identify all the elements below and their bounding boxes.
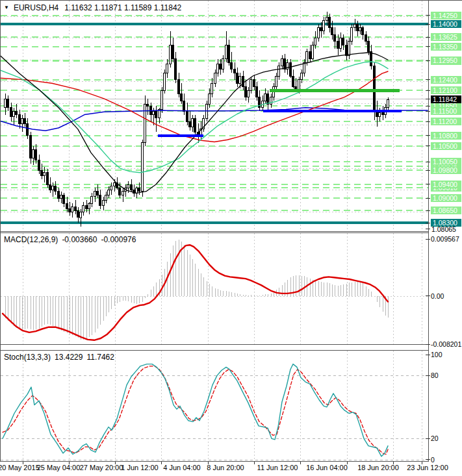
candle <box>331 27 333 34</box>
candle <box>52 186 54 190</box>
candle <box>329 17 331 27</box>
stoch-axis-label: 20 <box>431 434 439 442</box>
candle <box>209 94 211 104</box>
candle <box>80 212 82 218</box>
candle <box>365 34 367 42</box>
candle <box>155 111 157 118</box>
candle <box>75 207 77 210</box>
candle <box>91 197 93 204</box>
current-price-badge: 1.11842 <box>431 95 461 103</box>
candle <box>161 90 163 110</box>
candle <box>181 94 183 101</box>
candle <box>359 27 361 31</box>
candle <box>147 105 149 106</box>
candle <box>354 24 356 27</box>
candle <box>323 21 325 31</box>
level-price-badge: 1.10800 <box>431 132 461 140</box>
candle <box>122 192 124 195</box>
candle <box>320 27 322 31</box>
ohlc-values: 1.11632 1.11871 1.11589 1.11842 <box>64 3 181 12</box>
candle <box>164 73 166 90</box>
level-price-badge: 1.12100 <box>431 86 461 94</box>
symbol-timeframe-label: EURUSD,H4 <box>14 3 58 12</box>
candle <box>214 73 216 83</box>
level-price-badge: 1.09400 <box>431 181 461 188</box>
candle <box>374 66 376 111</box>
candle <box>237 73 238 83</box>
level-price-badge: 1.09800 <box>431 166 461 174</box>
main-chart-title: ▼ EURUSD,H4 1.11632 1.11871 1.11589 1.11… <box>4 3 181 12</box>
stoch-name: Stoch(13,3,3) <box>4 353 51 362</box>
metatrader-chart-window: ▼ EURUSD,H4 1.11632 1.11871 1.11589 1.11… <box>0 0 462 476</box>
candle <box>276 77 277 87</box>
macd-signal-value: -0.000976 <box>101 235 136 244</box>
stoch-main-line <box>3 364 388 457</box>
macd-axis-label: -0.008201 <box>431 340 461 348</box>
candle <box>105 195 107 200</box>
level-price-badge: 1.13350 <box>431 43 461 51</box>
date-label: 27 May 20:00 <box>80 464 123 471</box>
macd-name: MACD(12,26,9) <box>4 235 58 244</box>
candle <box>253 80 255 87</box>
candle <box>292 77 294 87</box>
candle <box>30 136 32 158</box>
candle <box>86 205 88 208</box>
level-price-badge: 1.12950 <box>431 56 461 64</box>
candle <box>142 143 144 192</box>
candle <box>83 205 84 212</box>
candle <box>306 52 308 62</box>
macd-axis-label: 0.00 <box>431 292 444 300</box>
macd-indicator-label: MACD(12,26,9) -0.003660 -0.000976 <box>4 235 136 244</box>
axis-price-label: 1.08065 <box>431 225 461 233</box>
candle <box>312 45 314 59</box>
candle <box>326 17 328 20</box>
level-price-badge: 1.09000 <box>431 194 461 202</box>
candle <box>110 186 112 190</box>
candle <box>119 188 121 195</box>
candle <box>250 80 252 90</box>
candle <box>248 90 250 97</box>
candle <box>136 188 138 193</box>
candle <box>63 195 65 203</box>
candle <box>194 118 196 132</box>
date-label: 1 Jun 12:00 <box>121 464 159 471</box>
candle <box>153 111 155 114</box>
candle <box>228 45 230 62</box>
candle <box>178 80 180 94</box>
candle <box>170 45 172 64</box>
macd-axis-label: 0.009567 <box>431 235 459 243</box>
chart-dropdown-icon[interactable]: ▼ <box>4 5 9 10</box>
candle <box>38 160 40 170</box>
candle <box>314 38 316 45</box>
candle <box>379 113 381 116</box>
candle <box>186 111 188 121</box>
date-label: 4 Jun 04:00 <box>163 464 201 471</box>
candle <box>301 73 303 80</box>
candle <box>175 59 177 80</box>
date-label: 16 Jun 04:00 <box>306 464 348 471</box>
stoch-signal-line <box>3 366 389 455</box>
level-price-badge: 1.11200 <box>431 118 461 125</box>
candle <box>225 45 227 59</box>
candle <box>217 64 219 73</box>
price-axis[interactable]: 1.142501.140001.136251.129301.133501.129… <box>429 0 462 476</box>
candle <box>309 52 311 59</box>
time-axis[interactable]: 20 May 201525 May 04:0027 May 20:001 Jun… <box>0 462 462 476</box>
candle <box>287 62 289 69</box>
candle <box>278 66 280 76</box>
candle <box>77 210 79 218</box>
candle <box>370 52 372 66</box>
date-label: 18 Jun 20:00 <box>357 464 399 471</box>
candle <box>264 94 266 101</box>
date-label: 20 May 2015 <box>0 464 40 471</box>
stoch-indicator-label: Stoch(13,3,3) 13.4229 11.7462 <box>4 353 114 362</box>
candle <box>5 99 6 107</box>
candle <box>245 87 247 97</box>
candle <box>144 105 146 143</box>
candle <box>7 99 9 107</box>
candle <box>318 27 320 38</box>
candle <box>55 186 57 192</box>
candle <box>348 42 350 56</box>
level-price-badge: 1.08650 <box>431 207 461 214</box>
candle <box>21 118 23 123</box>
